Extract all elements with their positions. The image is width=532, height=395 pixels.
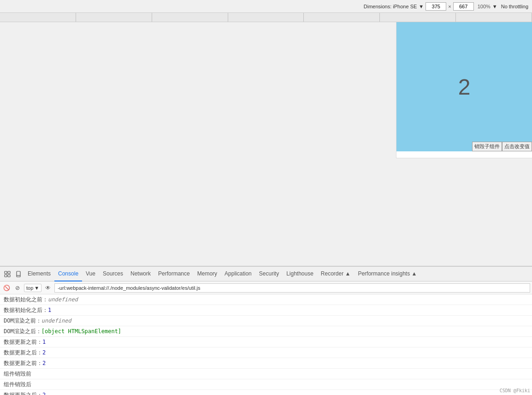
console-label: 组件销毁后 (4, 380, 31, 389)
csdn-watermark: CSDN @Fkiki (500, 388, 530, 393)
tab-sources[interactable]: Sources (99, 267, 127, 281)
zoom-label: 100% (478, 4, 491, 9)
console-line: 数据初始化之后：1 (0, 305, 532, 316)
change-value-btn[interactable]: 点击改变值 (502, 142, 532, 151)
tab-performance-insights[interactable]: Performance insights ▲ (354, 267, 420, 281)
ruler-seg-4 (228, 13, 304, 22)
console-value: 2 (42, 359, 46, 367)
devtools-panel: ElementsConsoleVueSourcesNetworkPerforma… (0, 266, 532, 395)
tab-security[interactable]: Security (255, 267, 283, 281)
top-toolbar: Dimensions: iPhone SE ▼ × 100% ▼ No thro… (0, 0, 532, 13)
console-line: 数据更新之前：2 (0, 358, 532, 369)
svg-rect-1 (8, 271, 10, 274)
filter-icon-btn[interactable]: ⊘ (13, 283, 22, 293)
dimensions-bar: Dimensions: iPhone SE ▼ × 100% ▼ No thro… (364, 2, 528, 11)
console-value: 1 (48, 306, 51, 314)
console-label: DOM渲染之后： (4, 327, 41, 335)
ruler-seg-1 (0, 13, 76, 22)
context-value: top (26, 285, 33, 291)
console-output: 数据初始化之前：undefined数据初始化之后：1DOM渲染之前：undefi… (0, 294, 532, 395)
eye-icon-btn[interactable]: 👁 (43, 283, 53, 293)
device-screen: 2 销毁子组件 点击改变值 (396, 22, 532, 151)
console-value: undefined (48, 295, 78, 304)
tab-application[interactable]: Application (221, 267, 255, 281)
console-toolbar: 🚫 ⊘ top ▼ 👁 (0, 281, 532, 294)
dropdown-icon[interactable]: ▼ (419, 4, 424, 9)
tab-memory[interactable]: Memory (194, 267, 221, 281)
context-selector[interactable]: top ▼ (24, 284, 41, 292)
console-label: 数据更新之前： (4, 338, 42, 346)
height-input[interactable] (453, 2, 474, 11)
destroy-btn[interactable]: 销毁子组件 (472, 142, 502, 151)
console-label: 数据更新之前： (4, 359, 42, 367)
console-label: 数据更新之后： (4, 348, 42, 357)
console-label: DOM渲染之前： (4, 317, 41, 325)
width-input[interactable] (426, 2, 446, 11)
svg-rect-3 (8, 275, 10, 277)
ruler-seg-7 (456, 13, 532, 22)
tabs-container: ElementsConsoleVueSourcesNetworkPerforma… (24, 267, 532, 281)
ruler-seg-2 (76, 13, 152, 22)
tab-elements[interactable]: Elements (24, 267, 54, 281)
console-label: 数据初始化之后： (4, 306, 48, 314)
console-line: 数据更新之后：2 (0, 390, 532, 395)
ruler-bar (0, 13, 532, 22)
console-value: 1 (42, 338, 46, 346)
ruler-seg-3 (152, 13, 228, 22)
throttling-label: No throttling (501, 4, 528, 9)
tab-network[interactable]: Network (127, 267, 154, 281)
tab-console[interactable]: Console (54, 267, 82, 281)
zoom-dropdown-icon[interactable]: ▼ (492, 4, 497, 9)
dimensions-label: Dimensions: iPhone SE (364, 4, 417, 9)
screen-number: 2 (458, 74, 471, 100)
ruler-seg-5 (304, 13, 380, 22)
console-line: 数据更新之后：2 (0, 347, 532, 358)
ruler-seg-6 (380, 13, 456, 22)
device-buttons: 销毁子组件 点击改变值 (472, 142, 532, 151)
tab-vue[interactable]: Vue (82, 267, 99, 281)
clear-console-btn[interactable]: 🚫 (2, 283, 11, 293)
tab-performance[interactable]: Performance (154, 267, 194, 281)
console-line: 数据更新之前：1 (0, 337, 532, 347)
inspect-icon-btn[interactable] (2, 269, 13, 280)
console-value: undefined (41, 317, 71, 325)
tab-recorder[interactable]: Recorder ▲ (317, 267, 355, 281)
console-filter-input[interactable] (54, 283, 530, 293)
console-value: 2 (42, 391, 46, 395)
svg-rect-0 (5, 271, 7, 274)
console-line: DOM渲染之后：[object HTMLSpanElement] (0, 326, 532, 337)
console-line: DOM渲染之前：undefined (0, 316, 532, 326)
dim-separator: × (448, 4, 451, 9)
console-label: 数据初始化之前： (4, 295, 48, 304)
context-dropdown-icon: ▼ (34, 285, 39, 291)
devtools-tabs-bar: ElementsConsoleVueSourcesNetworkPerforma… (0, 267, 532, 281)
console-line: 组件销毁前 (0, 369, 532, 379)
console-value: 2 (42, 348, 46, 357)
console-line: 组件销毁后 (0, 379, 532, 390)
svg-rect-2 (5, 275, 7, 277)
console-value: [object HTMLSpanElement] (41, 327, 121, 335)
console-line: 数据初始化之前：undefined (0, 294, 532, 305)
device-icon-btn[interactable] (13, 269, 24, 280)
device-preview: 2 销毁子组件 点击改变值 (396, 22, 532, 158)
console-label: 组件销毁前 (4, 370, 31, 378)
console-label: 数据更新之后： (4, 391, 42, 395)
svg-rect-4 (17, 271, 20, 277)
tab-lighthouse[interactable]: Lighthouse (283, 267, 317, 281)
